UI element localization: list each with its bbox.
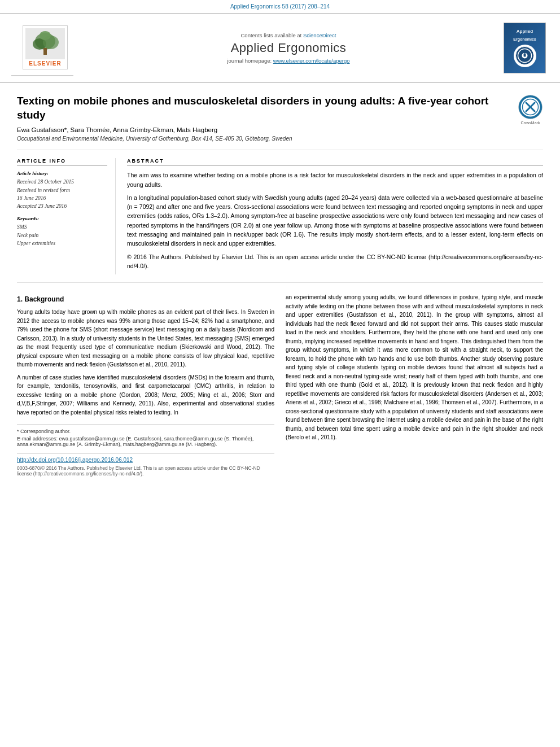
citation-text: Applied Ergonomics 58 (2017) 208–214 xyxy=(230,3,330,10)
revised-date: 16 June 2016 xyxy=(17,194,107,202)
article-title-block: Texting on mobile phones and musculoskel… xyxy=(17,94,509,142)
journal-cover-image: Applied Ergonomics xyxy=(504,23,549,73)
keywords-block: Keywords: SMS Neck pain Upper extremitie… xyxy=(17,216,107,247)
abstract-para2: In a longitudinal population-based cohor… xyxy=(127,193,543,248)
article-info-column: ARTICLE INFO Article history: Received 2… xyxy=(17,158,116,274)
article-title-section: Texting on mobile phones and musculoskel… xyxy=(17,94,543,150)
doi-link[interactable]: http://dx.doi.org/10.1016/j.apergo.2016.… xyxy=(17,457,274,463)
body-left-column: 1. Background Young adults today have gr… xyxy=(17,293,274,477)
body-right-para1: an experimental study among young adults… xyxy=(286,293,543,442)
footnote-area: * Corresponding author. E-mail addresses… xyxy=(17,425,274,447)
keyword-3: Upper extremities xyxy=(17,239,107,247)
body-left-para2: A number of case studies have identified… xyxy=(17,373,274,417)
body-left-para1: Young adults today have grown up with mo… xyxy=(17,308,274,369)
history-label: Article history: xyxy=(17,171,107,176)
article-authors: Ewa Gustafsson*, Sara Thomée, Anna Grimb… xyxy=(17,126,509,133)
cover-applied: Applied xyxy=(517,29,533,34)
footnote-emails: E-mail addresses: ewa.gustafsson@amm.gu.… xyxy=(17,436,274,447)
body-right-column: an experimental study among young adults… xyxy=(286,293,543,477)
bottom-doi-bar: http://dx.doi.org/10.1016/j.apergo.2016.… xyxy=(17,453,274,477)
body-left-text: Young adults today have grown up with mo… xyxy=(17,308,274,417)
article-affiliation: Occupational and Environmental Medicine,… xyxy=(17,136,509,142)
revised-label: Received in revised form xyxy=(17,186,107,194)
section-1-title: 1. Background xyxy=(17,295,274,303)
elsevier-logo-block: ELSEVIER xyxy=(11,20,73,76)
body-content-area: 1. Background Young adults today have gr… xyxy=(17,293,543,477)
article-title: Texting on mobile phones and musculoskel… xyxy=(17,94,509,122)
svg-point-9 xyxy=(523,51,526,54)
keyword-2: Neck pain xyxy=(17,231,107,239)
journal-citation-bar: Applied Ergonomics 58 (2017) 208–214 xyxy=(0,0,560,14)
main-content-area: Texting on mobile phones and musculoskel… xyxy=(0,83,560,488)
elsevier-brand-name: ELSEVIER xyxy=(29,60,61,67)
abstract-column: ABSTRACT The aim was to examine whether … xyxy=(127,158,543,274)
article-history-block: Article history: Received 28 October 201… xyxy=(17,171,107,210)
contents-available-line: Contents lists available at ScienceDirec… xyxy=(82,32,495,38)
svg-rect-4 xyxy=(43,48,47,55)
elsevier-tree-image xyxy=(25,28,65,59)
keyword-1: SMS xyxy=(17,223,107,231)
footnote-corresponding: * Corresponding author. xyxy=(17,429,274,434)
homepage-line: journal homepage: www.elsevier.com/locat… xyxy=(82,58,495,64)
cover-ergonomics: Ergonomics xyxy=(513,37,536,42)
received-date: Received 28 October 2015 xyxy=(17,178,107,186)
crossmark-badge[interactable]: CrossMark xyxy=(518,94,543,125)
accepted-date: Accepted 23 June 2016 xyxy=(17,202,107,210)
keywords-label: Keywords: xyxy=(17,216,107,221)
abstract-header: ABSTRACT xyxy=(127,158,543,166)
cover-circle xyxy=(514,45,536,67)
article-info-header: ARTICLE INFO xyxy=(17,158,107,166)
body-right-text: an experimental study among young adults… xyxy=(286,293,543,442)
abstract-text: The aim was to examine whether texting o… xyxy=(127,171,543,270)
svg-rect-10 xyxy=(524,54,526,57)
sciencedirect-link[interactable]: ScienceDirect xyxy=(303,32,336,38)
crossmark-label: CrossMark xyxy=(518,121,543,125)
journal-title: Applied Ergonomics xyxy=(82,41,495,55)
abstract-copyright: © 2016 The Authors. Published by Elsevie… xyxy=(127,252,543,271)
article-info-abstract-row: ARTICLE INFO Article history: Received 2… xyxy=(17,158,543,283)
homepage-link[interactable]: www.elsevier.com/locate/apergo xyxy=(273,58,350,64)
issn-text: 0003-6870/© 2016 The Authors. Published … xyxy=(17,465,274,477)
abstract-para1: The aim was to examine whether texting o… xyxy=(127,171,543,189)
journal-header: ELSEVIER Contents lists available at Sci… xyxy=(0,14,560,83)
svg-point-5 xyxy=(40,31,51,40)
